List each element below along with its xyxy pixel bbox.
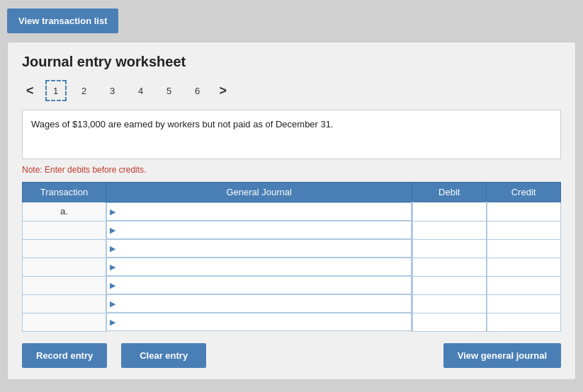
nav-row: < 1 2 3 4 5 6 > [22,80,561,101]
table-row: ▶ [23,258,561,276]
transaction-cell-3 [23,258,106,276]
debit-cell-0[interactable] [412,202,487,221]
credit-cell-2[interactable] [487,239,561,258]
credit-input-1[interactable] [492,223,556,238]
row-arrow-icon: ▶ [110,226,115,235]
transaction-cell-5 [23,294,106,313]
table-row: ▶ [23,313,561,331]
credit-input-3[interactable] [492,260,556,275]
tab-6[interactable]: 6 [187,80,208,101]
table-row: ▶ [23,239,561,258]
next-arrow-button[interactable]: > [215,82,232,100]
row-arrow-icon: ▶ [110,318,115,327]
row-arrow-icon: ▶ [110,299,115,309]
debit-cell-4[interactable] [412,276,487,294]
view-general-journal-button[interactable]: View general journal [443,343,561,368]
journal-cell-1[interactable]: ▶ [106,221,412,239]
debit-cell-5[interactable] [412,294,487,313]
journal-input-2[interactable] [118,240,408,257]
credit-cell-0[interactable] [487,202,561,221]
table-row: ▶ [23,294,561,313]
col-header-debit: Debit [412,183,487,202]
transaction-cell-1 [23,221,106,239]
journal-cell-6[interactable]: ▶ [106,313,412,331]
transaction-cell-4 [23,276,106,294]
journal-cell-0[interactable]: ▶ [106,202,412,221]
page-tabs: 1 2 3 4 5 6 [45,80,208,101]
clear-entry-button[interactable]: Clear entry [121,343,206,368]
credit-input-0[interactable] [492,204,556,219]
debit-input-5[interactable] [417,296,482,311]
table-row: ▶ [23,221,561,239]
journal-input-3[interactable] [118,258,408,275]
table-row: a.▶ [23,202,561,221]
credit-input-6[interactable] [492,315,556,330]
journal-cell-5[interactable]: ▶ [106,294,412,313]
debit-input-0[interactable] [417,204,482,219]
debit-cell-3[interactable] [412,258,487,276]
credit-cell-6[interactable] [487,313,561,331]
transaction-cell-2 [23,239,106,258]
debit-cell-2[interactable] [412,239,487,258]
row-arrow-icon: ▶ [110,281,115,290]
row-arrow-icon: ▶ [110,244,115,253]
debit-cell-6[interactable] [412,313,487,331]
credit-cell-5[interactable] [487,294,561,313]
journal-input-4[interactable] [118,277,408,294]
credit-input-5[interactable] [492,296,556,311]
table-row: ▶ [23,276,561,294]
prev-arrow-button[interactable]: < [22,82,38,100]
journal-cell-3[interactable]: ▶ [106,258,412,276]
debit-input-3[interactable] [417,260,482,275]
debit-input-1[interactable] [417,223,482,238]
transaction-cell-6 [23,313,106,331]
credit-input-2[interactable] [492,241,556,256]
tab-5[interactable]: 5 [159,80,180,101]
tab-1[interactable]: 1 [45,80,67,101]
debit-cell-1[interactable] [412,221,487,239]
main-container: Journal entry worksheet < 1 2 3 4 5 6 > … [7,42,576,380]
journal-input-0[interactable] [118,203,408,220]
debit-input-2[interactable] [417,241,482,256]
credit-input-4[interactable] [492,278,556,293]
debit-input-6[interactable] [417,315,482,330]
journal-cell-4[interactable]: ▶ [106,276,412,294]
description-box: Wages of $13,000 are earned by workers b… [22,110,561,159]
journal-table: Transaction General Journal Debit Credit… [22,182,561,332]
journal-input-1[interactable] [118,221,408,238]
worksheet-title: Journal entry worksheet [22,54,561,70]
buttons-row: Record entry Clear entry View general jo… [22,343,561,368]
col-header-general-journal: General Journal [106,183,412,202]
credit-cell-4[interactable] [487,276,561,294]
note-text: Note: Enter debits before credits. [22,165,561,175]
col-header-transaction: Transaction [23,183,106,202]
row-arrow-icon: ▶ [110,263,115,272]
view-transaction-button[interactable]: View transaction list [7,8,118,33]
tab-2[interactable]: 2 [74,80,95,101]
journal-input-5[interactable] [118,295,408,312]
transaction-cell-0: a. [23,202,106,221]
tab-3[interactable]: 3 [102,80,123,101]
debit-input-4[interactable] [417,278,482,293]
journal-input-6[interactable] [118,313,408,330]
record-entry-button[interactable]: Record entry [22,343,107,368]
tab-4[interactable]: 4 [130,80,152,101]
col-header-credit: Credit [487,183,561,202]
row-arrow-icon: ▶ [110,207,115,217]
journal-cell-2[interactable]: ▶ [106,239,412,258]
credit-cell-3[interactable] [487,258,561,276]
credit-cell-1[interactable] [487,221,561,239]
